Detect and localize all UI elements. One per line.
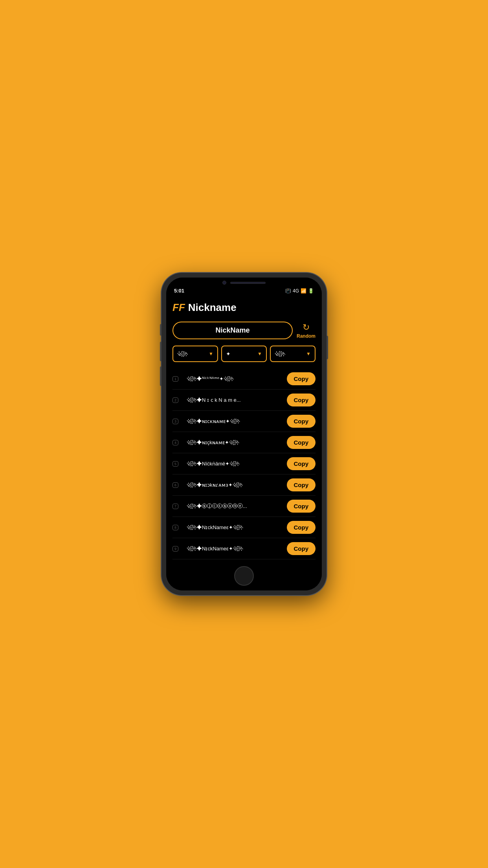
volume-down-button: [160, 366, 161, 386]
copy-button-8[interactable]: Copy: [287, 521, 316, 534]
home-indicator-area: [166, 563, 322, 590]
copy-button-4[interactable]: Copy: [287, 436, 316, 449]
power-button: [327, 336, 328, 359]
status-bar: 5:01 📳 4G 📶 🔋: [166, 286, 322, 295]
copy-button-2[interactable]: Copy: [287, 394, 316, 406]
copy-button-5[interactable]: Copy: [287, 457, 316, 470]
phone-notch: [166, 278, 322, 286]
table-row: 3 ꧁꧂✦ɴɪᴄᴋɴᴀᴍᴇ✦꧁꧂ Copy: [172, 411, 316, 432]
phone-frame: 5:01 📳 4G 📶 🔋 FF Nickname ↻ Random: [161, 273, 327, 595]
row-number: 6: [172, 482, 183, 488]
filter-row: ꧁꧂ ▼ ✦ ▼ ꧁꧂ ▼: [172, 346, 316, 362]
network-icon: 4G: [293, 288, 299, 294]
table-row: 2 ꧁꧂✦N ɪ ᴄ k N a m e... Copy: [172, 390, 316, 411]
row-number: 3: [172, 419, 183, 424]
random-button[interactable]: ↻ Random: [297, 322, 316, 339]
filter-dropdown-2[interactable]: ✦ ▼: [221, 346, 267, 362]
nickname-list: 1 ꧁꧂✦ᴺⁱᶜᵏᴺᴬᵐᵉ✦꧁꧂ Copy 2 ꧁꧂✦N ɪ ᴄ k N a m…: [172, 368, 316, 563]
mute-button: [160, 324, 161, 336]
table-row: 6 ꧁꧂✦ɴɪɔkɴɾᴀᴍɜ✦꧁꧂ Copy: [172, 474, 316, 496]
ff-label: FF: [172, 302, 185, 314]
random-label: Random: [297, 333, 316, 339]
filter-2-text: ✦: [226, 351, 231, 357]
filter-dropdown-1[interactable]: ꧁꧂ ▼: [172, 346, 218, 362]
signal-icon: 📶: [301, 288, 306, 294]
input-row: ↻ Random: [172, 322, 316, 339]
table-row: 9 ꧁꧂✦NɪckNameε✦꧁꧂ Copy: [172, 538, 316, 559]
table-row: 10: [172, 559, 316, 563]
battery-icon: 🔋: [308, 288, 314, 294]
nickname-text-7: ꧁꧂✦ⓃⓘⓒⓚⓃⓐⓜⓔ...: [187, 503, 284, 509]
table-row: 4 ꧁꧂✦ɴɪçkɴᴀᴍᴇ✦꧁꧂ Copy: [172, 432, 316, 453]
nickname-text-1: ꧁꧂✦ᴺⁱᶜᵏᴺᴬᵐᵉ✦꧁꧂: [187, 376, 284, 382]
row-number: 7: [172, 504, 183, 509]
vibrate-icon: 📳: [285, 288, 291, 294]
row-number: 2: [172, 397, 183, 403]
nickname-text-3: ꧁꧂✦ɴɪᴄᴋɴᴀᴍᴇ✦꧁꧂: [187, 418, 284, 424]
dropdown-arrow-3: ▼: [306, 351, 311, 357]
phone-screen: 5:01 📳 4G 📶 🔋 FF Nickname ↻ Random: [166, 278, 322, 590]
table-row: 8 ꧁꧂✦NɪckNameε✦꧁꧂ Copy: [172, 517, 316, 538]
table-row: 7 ꧁꧂✦ⓃⓘⓒⓚⓃⓐⓜⓔ... Copy: [172, 496, 316, 517]
row-number: 4: [172, 440, 183, 445]
filter-3-text: ꧁꧂: [275, 351, 286, 357]
filter-1-text: ꧁꧂: [177, 351, 188, 357]
row-number: 9: [172, 546, 183, 552]
copy-button-6[interactable]: Copy: [287, 478, 316, 491]
table-row: 1 ꧁꧂✦ᴺⁱᶜᵏᴺᴬᵐᵉ✦꧁꧂ Copy: [172, 368, 316, 390]
copy-button-9[interactable]: Copy: [287, 542, 316, 555]
dropdown-arrow-1: ▼: [209, 351, 213, 357]
nickname-text-2: ꧁꧂✦N ɪ ᴄ k N a m e...: [187, 397, 284, 403]
nickname-text-8: ꧁꧂✦NɪckNameε✦꧁꧂: [187, 524, 284, 530]
copy-button-3[interactable]: Copy: [287, 415, 316, 428]
app-content: FF Nickname ↻ Random ꧁꧂ ▼ ✦ ▼: [166, 295, 322, 563]
status-icons: 📳 4G 📶 🔋: [285, 288, 314, 294]
copy-button-7[interactable]: Copy: [287, 500, 316, 513]
nickname-input[interactable]: [172, 322, 293, 339]
app-header: FF Nickname: [172, 302, 316, 314]
dropdown-arrow-2: ▼: [257, 351, 262, 357]
front-camera: [222, 281, 226, 285]
app-title: Nickname: [188, 302, 237, 314]
nickname-text-5: ꧁꧂✦Nïċkṅämë✦꧁꧂: [187, 461, 284, 467]
nickname-text-9: ꧁꧂✦NɪckNameε✦꧁꧂: [187, 546, 284, 552]
filter-dropdown-3[interactable]: ꧁꧂ ▼: [270, 346, 316, 362]
volume-up-button: [160, 342, 161, 361]
status-time: 5:01: [174, 288, 184, 294]
row-number: 5: [172, 461, 183, 467]
copy-button-1[interactable]: Copy: [287, 372, 316, 385]
speaker: [230, 282, 266, 284]
row-number: 8: [172, 525, 183, 530]
random-icon: ↻: [303, 322, 310, 333]
nickname-text-4: ꧁꧂✦ɴɪçkɴᴀᴍᴇ✦꧁꧂: [187, 440, 284, 445]
nickname-text-6: ꧁꧂✦ɴɪɔkɴɾᴀᴍɜ✦꧁꧂: [187, 482, 284, 488]
home-button[interactable]: [234, 566, 254, 586]
table-row: 5 ꧁꧂✦Nïċkṅämë✦꧁꧂ Copy: [172, 453, 316, 474]
row-number: 1: [172, 376, 183, 382]
